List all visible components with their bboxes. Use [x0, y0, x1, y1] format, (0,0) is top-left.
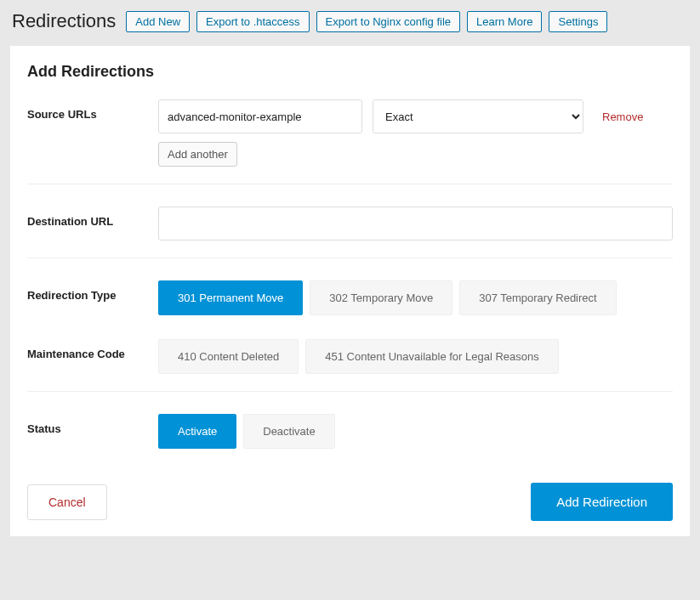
status-deactivate-button[interactable]: Deactivate [243, 414, 334, 449]
add-redirections-panel: Add Redirections Source URLs Exact Remov… [10, 46, 690, 536]
redirection-302-button[interactable]: 302 Temporary Move [310, 280, 452, 315]
add-new-button[interactable]: Add New [126, 11, 190, 32]
maintenance-451-button[interactable]: 451 Content Unavailable for Legal Reason… [305, 339, 559, 374]
destination-url-input[interactable] [158, 207, 673, 241]
settings-button[interactable]: Settings [549, 11, 607, 32]
add-redirection-button[interactable]: Add Redirection [531, 483, 673, 521]
status-activate-button[interactable]: Activate [158, 414, 236, 449]
source-urls-row: Source URLs Exact Remove Add another [27, 99, 673, 167]
export-nginx-button[interactable]: Export to Nginx config file [316, 11, 460, 32]
page-title: Redirections [12, 10, 116, 32]
divider [27, 184, 673, 184]
remove-link[interactable]: Remove [602, 110, 643, 123]
panel-title: Add Redirections [27, 63, 673, 81]
maintenance-410-button[interactable]: 410 Content Deleted [158, 339, 299, 374]
redirection-301-button[interactable]: 301 Permanent Move [158, 280, 303, 315]
redirection-type-label: Redirection Type [27, 280, 158, 302]
maintenance-code-label: Maintenance Code [27, 339, 158, 360]
divider [27, 258, 673, 258]
source-url-input[interactable] [158, 99, 362, 133]
footer-row: Cancel Add Redirection [27, 483, 673, 521]
redirection-307-button[interactable]: 307 Temporary Redirect [459, 280, 617, 315]
source-urls-label: Source URLs [27, 99, 158, 121]
add-another-button[interactable]: Add another [158, 142, 237, 167]
redirection-type-row: Redirection Type 301 Permanent Move 302 … [27, 280, 673, 315]
destination-url-row: Destination URL [27, 207, 673, 241]
export-htaccess-button[interactable]: Export to .htaccess [196, 11, 310, 32]
learn-more-button[interactable]: Learn More [467, 11, 542, 32]
status-label: Status [27, 414, 158, 435]
match-type-select[interactable]: Exact [373, 99, 583, 133]
destination-url-label: Destination URL [27, 207, 158, 228]
divider [27, 391, 673, 392]
maintenance-code-row: Maintenance Code 410 Content Deleted 451… [27, 339, 673, 374]
cancel-button[interactable]: Cancel [27, 484, 107, 520]
status-row: Status Activate Deactivate [27, 414, 673, 449]
